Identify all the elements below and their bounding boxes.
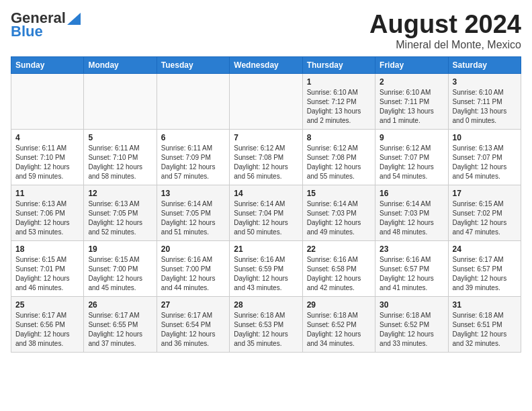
calendar-week-2: 4Sunrise: 6:11 AM Sunset: 7:10 PM Daylig…	[11, 129, 521, 185]
day-info: Sunrise: 6:12 AM Sunset: 7:08 PM Dayligh…	[307, 144, 371, 181]
day-info: Sunrise: 6:13 AM Sunset: 7:06 PM Dayligh…	[15, 199, 79, 237]
calendar-cell-1-7: 3Sunrise: 6:10 AM Sunset: 7:11 PM Daylig…	[448, 73, 521, 129]
calendar-cell-5-2: 26Sunrise: 6:17 AM Sunset: 6:55 PM Dayli…	[84, 296, 157, 352]
day-number: 29	[307, 300, 371, 310]
day-number: 21	[234, 244, 298, 254]
calendar-cell-2-2: 5Sunrise: 6:11 AM Sunset: 7:10 PM Daylig…	[84, 129, 157, 185]
calendar-cell-2-4: 7Sunrise: 6:12 AM Sunset: 7:08 PM Daylig…	[230, 129, 302, 185]
day-number: 22	[307, 244, 371, 254]
calendar-table: SundayMondayTuesdayWednesdayThursdayFrid…	[11, 56, 521, 353]
calendar-cell-3-3: 13Sunrise: 6:14 AM Sunset: 7:05 PM Dayli…	[157, 185, 229, 240]
calendar-week-1: 1Sunrise: 6:10 AM Sunset: 7:12 PM Daylig…	[11, 73, 521, 129]
day-info: Sunrise: 6:18 AM Sunset: 6:52 PM Dayligh…	[380, 311, 443, 349]
day-info: Sunrise: 6:14 AM Sunset: 7:03 PM Dayligh…	[380, 199, 443, 237]
day-number: 18	[15, 244, 79, 254]
calendar-cell-4-6: 23Sunrise: 6:16 AM Sunset: 6:57 PM Dayli…	[375, 240, 448, 296]
calendar-cell-2-5: 8Sunrise: 6:12 AM Sunset: 7:08 PM Daylig…	[302, 129, 375, 185]
day-info: Sunrise: 6:12 AM Sunset: 7:08 PM Dayligh…	[234, 144, 298, 181]
calendar-week-4: 18Sunrise: 6:15 AM Sunset: 7:01 PM Dayli…	[11, 240, 521, 296]
day-number: 27	[161, 300, 225, 310]
logo-triangle-icon	[67, 13, 81, 25]
day-number: 26	[88, 300, 152, 310]
day-number: 24	[453, 244, 517, 254]
day-number: 23	[380, 244, 443, 254]
calendar-cell-5-7: 31Sunrise: 6:18 AM Sunset: 6:51 PM Dayli…	[448, 296, 521, 352]
day-info: Sunrise: 6:14 AM Sunset: 7:04 PM Dayligh…	[234, 199, 298, 237]
calendar-cell-1-6: 2Sunrise: 6:10 AM Sunset: 7:11 PM Daylig…	[375, 73, 448, 129]
page-title: August 2024	[369, 11, 521, 39]
day-number: 17	[453, 189, 517, 198]
day-info: Sunrise: 6:14 AM Sunset: 7:03 PM Dayligh…	[307, 199, 371, 237]
calendar-cell-5-4: 28Sunrise: 6:18 AM Sunset: 6:53 PM Dayli…	[230, 296, 302, 352]
calendar-cell-5-3: 27Sunrise: 6:17 AM Sunset: 6:54 PM Dayli…	[157, 296, 229, 352]
day-info: Sunrise: 6:16 AM Sunset: 7:00 PM Dayligh…	[161, 255, 225, 293]
page-header: General Blue August 2024 Mineral del Mon…	[11, 11, 521, 51]
day-number: 25	[15, 300, 79, 310]
day-info: Sunrise: 6:12 AM Sunset: 7:07 PM Dayligh…	[380, 144, 443, 181]
calendar-cell-4-5: 22Sunrise: 6:16 AM Sunset: 6:58 PM Dayli…	[302, 240, 375, 296]
calendar-header-thursday: Thursday	[302, 56, 375, 73]
day-info: Sunrise: 6:17 AM Sunset: 6:56 PM Dayligh…	[15, 311, 79, 349]
day-number: 15	[307, 189, 371, 198]
day-number: 9	[380, 133, 443, 142]
calendar-header-wednesday: Wednesday	[230, 56, 302, 73]
calendar-cell-2-1: 4Sunrise: 6:11 AM Sunset: 7:10 PM Daylig…	[11, 129, 84, 185]
day-number: 1	[307, 77, 371, 87]
calendar-cell-4-1: 18Sunrise: 6:15 AM Sunset: 7:01 PM Dayli…	[11, 240, 84, 296]
day-info: Sunrise: 6:14 AM Sunset: 7:05 PM Dayligh…	[161, 199, 225, 237]
day-info: Sunrise: 6:18 AM Sunset: 6:52 PM Dayligh…	[307, 311, 371, 349]
calendar-cell-5-6: 30Sunrise: 6:18 AM Sunset: 6:52 PM Dayli…	[375, 296, 448, 352]
calendar-cell-1-4	[230, 73, 302, 129]
day-info: Sunrise: 6:15 AM Sunset: 7:02 PM Dayligh…	[453, 199, 517, 237]
day-number: 20	[161, 244, 225, 254]
calendar-cell-1-5: 1Sunrise: 6:10 AM Sunset: 7:12 PM Daylig…	[302, 73, 375, 129]
day-number: 2	[380, 77, 443, 87]
calendar-cell-1-1	[11, 73, 84, 129]
calendar-cell-4-2: 19Sunrise: 6:15 AM Sunset: 7:00 PM Dayli…	[84, 240, 157, 296]
day-info: Sunrise: 6:10 AM Sunset: 7:11 PM Dayligh…	[453, 88, 517, 126]
calendar-cell-4-3: 20Sunrise: 6:16 AM Sunset: 7:00 PM Dayli…	[157, 240, 229, 296]
day-number: 13	[161, 189, 225, 198]
day-info: Sunrise: 6:11 AM Sunset: 7:09 PM Dayligh…	[161, 144, 225, 181]
day-number: 3	[453, 77, 517, 87]
day-number: 30	[380, 300, 443, 310]
day-number: 5	[88, 133, 152, 142]
day-info: Sunrise: 6:13 AM Sunset: 7:05 PM Dayligh…	[88, 199, 152, 237]
day-info: Sunrise: 6:10 AM Sunset: 7:11 PM Dayligh…	[380, 88, 443, 126]
calendar-cell-3-1: 11Sunrise: 6:13 AM Sunset: 7:06 PM Dayli…	[11, 185, 84, 240]
calendar-cell-2-3: 6Sunrise: 6:11 AM Sunset: 7:09 PM Daylig…	[157, 129, 229, 185]
day-number: 7	[234, 133, 298, 142]
calendar-cell-5-5: 29Sunrise: 6:18 AM Sunset: 6:52 PM Dayli…	[302, 296, 375, 352]
calendar-cell-1-3	[157, 73, 229, 129]
day-number: 8	[307, 133, 371, 142]
calendar-cell-3-4: 14Sunrise: 6:14 AM Sunset: 7:04 PM Dayli…	[230, 185, 302, 240]
calendar-cell-1-2	[84, 73, 157, 129]
day-number: 19	[88, 244, 152, 254]
day-info: Sunrise: 6:16 AM Sunset: 6:59 PM Dayligh…	[234, 255, 298, 293]
calendar-header-row: SundayMondayTuesdayWednesdayThursdayFrid…	[11, 56, 521, 73]
day-number: 4	[15, 133, 79, 142]
calendar-header-tuesday: Tuesday	[157, 56, 229, 73]
day-info: Sunrise: 6:11 AM Sunset: 7:10 PM Dayligh…	[88, 144, 152, 181]
title-block: August 2024 Mineral del Monte, Mexico	[369, 11, 521, 51]
calendar-cell-5-1: 25Sunrise: 6:17 AM Sunset: 6:56 PM Dayli…	[11, 296, 84, 352]
calendar-header-sunday: Sunday	[11, 56, 84, 73]
day-info: Sunrise: 6:17 AM Sunset: 6:54 PM Dayligh…	[161, 311, 225, 349]
day-info: Sunrise: 6:10 AM Sunset: 7:12 PM Dayligh…	[307, 88, 371, 126]
calendar-cell-3-7: 17Sunrise: 6:15 AM Sunset: 7:02 PM Dayli…	[448, 185, 521, 240]
day-info: Sunrise: 6:18 AM Sunset: 6:53 PM Dayligh…	[234, 311, 298, 349]
logo-blue-text: Blue	[11, 23, 43, 40]
calendar-cell-2-6: 9Sunrise: 6:12 AM Sunset: 7:07 PM Daylig…	[375, 129, 448, 185]
day-number: 14	[234, 189, 298, 198]
day-number: 31	[453, 300, 517, 310]
day-info: Sunrise: 6:16 AM Sunset: 6:57 PM Dayligh…	[380, 255, 443, 293]
day-number: 6	[161, 133, 225, 142]
page-subtitle: Mineral del Monte, Mexico	[369, 39, 521, 51]
calendar-week-5: 25Sunrise: 6:17 AM Sunset: 6:56 PM Dayli…	[11, 296, 521, 352]
svg-marker-0	[67, 13, 81, 25]
day-number: 11	[15, 189, 79, 198]
day-number: 10	[453, 133, 517, 142]
day-info: Sunrise: 6:15 AM Sunset: 7:01 PM Dayligh…	[15, 255, 79, 293]
day-number: 12	[88, 189, 152, 198]
calendar-header-monday: Monday	[84, 56, 157, 73]
